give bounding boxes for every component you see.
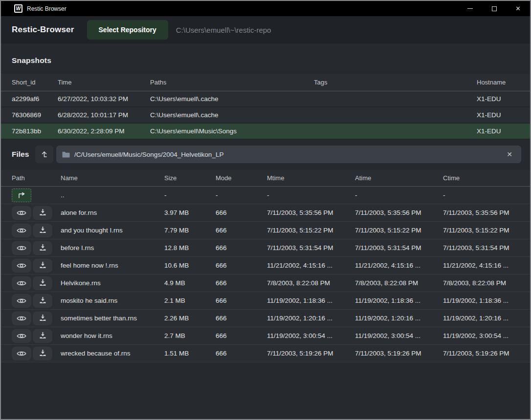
file-ctime: 7/11/2003, 5:15:22 PM <box>443 227 519 234</box>
file-name: wrecked because of.rns <box>61 350 164 357</box>
file-mode: - <box>216 191 267 199</box>
file-row[interactable]: feel home now !.rns 10.6 MB 666 11/21/20… <box>1 257 530 274</box>
clear-path-button[interactable]: ✕ <box>503 148 516 160</box>
maximize-icon <box>492 6 497 11</box>
col-short-id: Short_id <box>12 79 58 86</box>
col-hostname: Hostname <box>477 79 519 86</box>
file-name: feel home now !.rns <box>61 262 164 269</box>
app-window: W Restic Browser ✕ Restic-Browser Select… <box>0 0 531 420</box>
preview-file-button[interactable] <box>12 206 31 220</box>
file-mtime: 7/11/2003, 5:15:22 PM <box>267 227 355 234</box>
file-row[interactable]: moskito he said.rns 2.1 MB 666 11/19/200… <box>1 292 530 310</box>
snapshot-hostname: X1-EDU <box>477 95 519 103</box>
snapshot-row-selected[interactable]: 72b813bb 6/30/2022, 2:28:09 PM C:\Users\… <box>1 124 530 140</box>
download-icon <box>39 279 46 287</box>
snapshot-paths: C:\Users\emuell\Music\Songs <box>150 127 314 135</box>
snapshot-short-id: a2299af6 <box>12 95 58 103</box>
download-file-button[interactable] <box>33 241 52 255</box>
file-mode: 666 <box>216 332 267 339</box>
snapshot-row[interactable]: 76306869 6/28/2022, 10:01:17 PM C:\Users… <box>1 107 530 124</box>
col-name: Name <box>61 174 164 182</box>
file-mtime: 7/11/2003, 5:19:26 PM <box>267 350 355 357</box>
download-file-button[interactable] <box>33 276 52 290</box>
file-atime: 7/11/2003, 5:15:22 PM <box>355 227 443 234</box>
preview-file-button[interactable] <box>12 312 31 325</box>
eye-icon <box>17 280 26 287</box>
file-size: 2.1 MB <box>164 297 216 304</box>
file-mode: 666 <box>216 279 267 287</box>
file-row[interactable]: sometimes better than.rns 2.26 MB 666 11… <box>1 310 530 327</box>
download-file-button[interactable] <box>33 206 52 220</box>
current-path-input[interactable]: /C/Users/emuell/Music/Songs/2004_Helveti… <box>56 146 521 163</box>
snapshot-paths: C:\Users\emuell\.cache <box>150 95 314 103</box>
up-directory-button[interactable] <box>35 146 53 163</box>
file-mtime: 11/19/2002, 3:00:54 ... <box>267 332 355 339</box>
file-ctime: - <box>443 191 519 199</box>
eye-icon <box>17 350 26 357</box>
file-mode: 666 <box>216 297 267 304</box>
file-mtime: 11/19/2002, 1:20:16 ... <box>267 315 355 322</box>
preview-file-button[interactable] <box>12 241 31 255</box>
file-row[interactable]: alone for.rns 3.97 MB 666 7/11/2003, 5:3… <box>1 204 530 222</box>
file-name: .. <box>61 191 164 199</box>
file-mtime: - <box>267 191 355 199</box>
eye-icon <box>17 315 26 322</box>
file-name: moskito he said.rns <box>61 297 164 304</box>
preview-file-button[interactable] <box>12 259 31 273</box>
file-name: Helvikone.rns <box>61 279 164 287</box>
maximize-button[interactable] <box>482 1 506 16</box>
preview-file-button[interactable] <box>12 329 31 343</box>
download-file-button[interactable] <box>33 347 52 360</box>
file-atime: 7/11/2003, 5:31:54 PM <box>355 244 443 252</box>
file-mtime: 11/21/2002, 4:15:16 ... <box>267 262 355 269</box>
download-file-button[interactable] <box>33 329 52 343</box>
file-atime: 11/19/2002, 3:00:54 ... <box>355 332 443 339</box>
file-atime: - <box>355 191 443 199</box>
window-title: Restic Browser <box>27 5 458 12</box>
file-ctime: 7/11/2003, 5:35:56 PM <box>443 209 519 216</box>
go-to-parent-button[interactable] <box>12 189 31 202</box>
preview-file-button[interactable] <box>12 347 31 360</box>
file-size: 2.26 MB <box>164 315 216 322</box>
select-repository-button[interactable]: Select Repository <box>87 20 168 40</box>
snapshot-time: 6/27/2022, 10:03:32 PM <box>58 95 150 103</box>
close-icon: ✕ <box>515 5 521 12</box>
file-row[interactable]: wonder how it.rns 2.7 MB 666 11/19/2002,… <box>1 327 530 345</box>
file-row[interactable]: wrecked because of.rns 1.51 MB 666 7/11/… <box>1 345 530 362</box>
corner-up-right-arrow-icon <box>18 192 26 198</box>
parent-directory-row[interactable]: .. - - - - - <box>1 187 530 204</box>
repository-path: C:\Users\emuell\~\restic-repo <box>176 26 271 34</box>
preview-file-button[interactable] <box>12 294 31 308</box>
file-mtime: 7/8/2003, 8:22:08 PM <box>267 279 355 287</box>
snapshot-row[interactable]: a2299af6 6/27/2022, 10:03:32 PM C:\Users… <box>1 91 530 107</box>
preview-file-button[interactable] <box>12 276 31 290</box>
file-atime: 11/21/2002, 4:15:16 ... <box>355 262 443 269</box>
file-size: 3.97 MB <box>164 209 216 216</box>
file-row[interactable]: and you thought I.rns 7.79 MB 666 7/11/2… <box>1 222 530 239</box>
download-file-button[interactable] <box>33 312 52 325</box>
download-file-button[interactable] <box>33 224 52 237</box>
file-atime: 11/19/2002, 1:18:36 ... <box>355 297 443 304</box>
file-size: 12.8 MB <box>164 244 216 252</box>
close-button[interactable]: ✕ <box>506 1 530 16</box>
minimize-button[interactable] <box>458 1 482 16</box>
file-row[interactable]: before I.rns 12.8 MB 666 7/11/2003, 5:31… <box>1 239 530 257</box>
download-file-button[interactable] <box>33 294 52 308</box>
preview-file-button[interactable] <box>12 224 31 237</box>
file-mode: 666 <box>216 315 267 322</box>
file-mode: 666 <box>216 227 267 234</box>
file-mode: 666 <box>216 244 267 252</box>
file-name: before I.rns <box>61 244 164 252</box>
minimize-icon <box>467 8 473 9</box>
window-controls: ✕ <box>458 1 530 16</box>
app-header: Restic-Browser Select Repository C:\User… <box>1 16 530 43</box>
file-atime: 11/19/2002, 1:20:16 ... <box>355 315 443 322</box>
col-size: Size <box>164 174 216 182</box>
file-row[interactable]: Helvikone.rns 4.9 MB 666 7/8/2003, 8:22:… <box>1 274 530 292</box>
download-icon <box>39 332 46 339</box>
current-path-value: /C/Users/emuell/Music/Songs/2004_Helveti… <box>74 151 503 158</box>
download-icon <box>39 350 46 357</box>
file-atime: 7/8/2003, 8:22:08 PM <box>355 279 443 287</box>
eye-icon <box>17 227 26 234</box>
download-file-button[interactable] <box>33 259 52 273</box>
